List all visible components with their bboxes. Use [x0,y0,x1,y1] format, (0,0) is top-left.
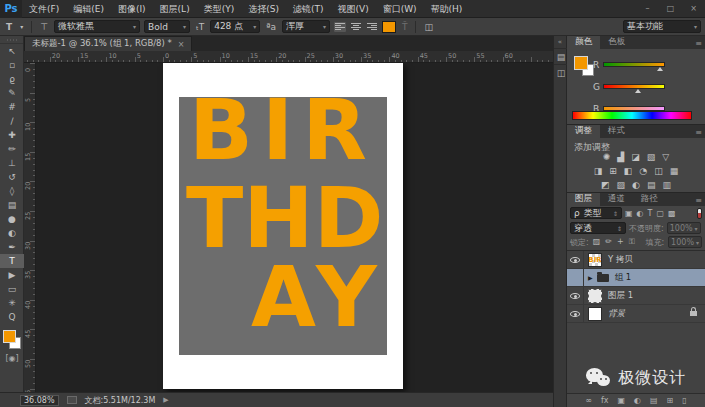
toolbar-grip[interactable] [0,36,23,44]
exposure-icon[interactable]: ▧ [647,152,656,163]
curves-icon[interactable]: ◪ [631,152,640,163]
opacity-field[interactable]: 100% ▾ [667,222,701,234]
color-lookup-icon[interactable]: ▦ [670,166,679,177]
color-spectrum-bar[interactable] [572,111,692,120]
new-group-icon[interactable]: ▤ [650,396,658,405]
layer-filtering-toggle[interactable] [697,208,702,219]
align-left-icon[interactable] [334,22,346,32]
crop-tool-icon[interactable]: # [0,100,24,114]
new-adjustment-layer-icon[interactable]: ◐ [634,396,641,405]
green-slider-handle[interactable] [635,89,641,93]
history-panel-icon[interactable]: ▤ [554,48,568,64]
brush-tool-icon[interactable]: ✏ [0,142,24,156]
toggle-panels-icon[interactable]: ◫ [422,22,435,32]
path-selection-tool-icon[interactable]: ▶ [0,268,24,282]
posterize-icon[interactable]: ▨ [617,180,626,191]
visibility-toggle[interactable] [567,251,584,269]
foreground-color-swatch[interactable] [574,56,588,70]
menu-type[interactable]: 类型(Y) [197,0,242,18]
lasso-tool-icon[interactable]: ϱ [0,72,24,86]
invert-icon[interactable]: ◩ [601,180,610,191]
minimize-button[interactable]: – [637,2,658,16]
quick-selection-tool-icon[interactable]: ✎ [0,86,24,100]
text-color-swatch[interactable] [382,21,396,33]
align-center-icon[interactable] [350,22,362,32]
threshold-icon[interactable]: ◐ [632,180,640,191]
panel-menu-icon[interactable]: ≡ [695,39,702,48]
tab-swatches[interactable]: 色板 [600,36,633,49]
channel-mixer-icon[interactable]: ◫ [654,166,663,177]
gradient-map-icon[interactable]: ▥ [662,180,671,191]
layer-thumbnail[interactable] [588,307,602,321]
expand-panels-icon[interactable]: « [554,36,566,48]
eyedropper-tool-icon[interactable]: ∕ [0,114,24,128]
blur-tool-icon[interactable]: ● [0,212,24,226]
layer-filter-select[interactable]: ρ 类型 ⇕ [570,207,622,219]
font-size-select[interactable]: 428 点▾ [210,20,260,33]
fill-field[interactable]: 100% ▾ [668,236,702,248]
tab-color[interactable]: 颜色 [567,36,600,49]
tab-adjustments[interactable]: 调整 [567,124,600,138]
visibility-toggle[interactable] [567,287,584,305]
layer-row-layer-1[interactable]: 图层 1 [567,287,705,305]
disclosure-triangle-icon[interactable]: ▶ [588,274,593,281]
menu-window[interactable]: 窗口(W) [376,0,424,18]
dodge-tool-icon[interactable]: ◐ [0,226,24,240]
visibility-toggle[interactable] [567,269,584,287]
color-balance-icon[interactable]: ⊞ [609,166,617,177]
hue-saturation-icon[interactable]: ◨ [594,166,603,177]
rectangle-tool-icon[interactable]: ▭ [0,282,24,296]
menu-select[interactable]: 选择(S) [241,0,286,18]
layer-row-group-1[interactable]: ▶ 组 1 [567,269,705,287]
filter-smart-objects-icon[interactable]: ▩ [668,209,676,218]
delete-layer-icon[interactable]: ▯ [682,396,686,405]
panel-menu-icon[interactable]: ≡ [695,128,702,137]
status-menu-arrow-icon[interactable]: ▶ [163,396,168,404]
workspace-select[interactable]: 基本功能▾ [623,20,701,33]
layer-thumbnail[interactable]: BIR [588,253,602,267]
clone-stamp-tool-icon[interactable]: ⊥ [0,156,24,170]
close-button[interactable]: × [683,2,704,16]
preset-dropdown-arrow-icon[interactable]: ▾ [18,23,25,30]
zoom-level-field[interactable]: 36.08% [20,395,59,406]
red-slider[interactable] [603,62,665,67]
text-orientation-icon[interactable]: ⊤ [38,22,50,32]
menu-file[interactable]: 文件(F) [22,0,66,18]
zoom-tool-icon[interactable]: Q [0,310,24,324]
type-tool-icon[interactable]: T [0,254,24,268]
menu-view[interactable]: 视图(V) [330,0,375,18]
filter-pixel-layers-icon[interactable]: ▣ [625,209,633,218]
pen-tool-icon[interactable]: ✒ [0,240,24,254]
filter-type-layers-icon[interactable]: T [648,209,653,218]
red-slider-handle[interactable] [657,67,663,71]
lock-all-icon[interactable]: ⚿ [629,237,635,247]
visibility-toggle[interactable] [567,305,584,323]
vibrance-icon[interactable]: ▽ [662,152,669,163]
layer-name[interactable]: 组 1 [615,272,632,284]
layer-name[interactable]: 图层 1 [608,290,633,302]
layer-style-icon[interactable]: fx [601,396,609,405]
layer-row-y-copy[interactable]: BIR Y 拷贝 [567,251,705,269]
eraser-tool-icon[interactable]: ◊ [0,184,24,198]
menu-help[interactable]: 帮助(H) [424,0,470,18]
filter-shape-layers-icon[interactable]: ▢ [656,209,664,218]
menu-filter[interactable]: 滤镜(T) [286,0,331,18]
levels-icon[interactable]: ▟ [617,152,624,163]
lock-position-icon[interactable]: + [617,237,624,247]
tab-layers[interactable]: 图层 [567,192,600,206]
menu-layer[interactable]: 图层(L) [153,0,197,18]
font-family-select[interactable]: 微软雅黑▾ [54,20,140,33]
tab-close-icon[interactable]: × [178,40,185,49]
spot-healing-brush-tool-icon[interactable]: ✚ [0,128,24,142]
layer-row-background[interactable]: 背景 [567,305,705,323]
black-white-icon[interactable]: ◧ [624,166,633,177]
selective-color-icon[interactable]: ▤ [647,180,656,191]
foreground-color-swatch[interactable] [3,330,16,343]
menu-image[interactable]: 图像(I) [111,0,153,18]
properties-panel-icon[interactable]: ◫ [554,64,568,80]
hand-tool-icon[interactable]: ✳ [0,296,24,310]
filter-adjustment-layers-icon[interactable]: ◐ [637,209,644,218]
add-layer-mask-icon[interactable]: ▣ [618,396,626,405]
quick-mask-icon[interactable]: [◉] [0,354,24,366]
tab-channels[interactable]: 通道 [600,192,633,206]
